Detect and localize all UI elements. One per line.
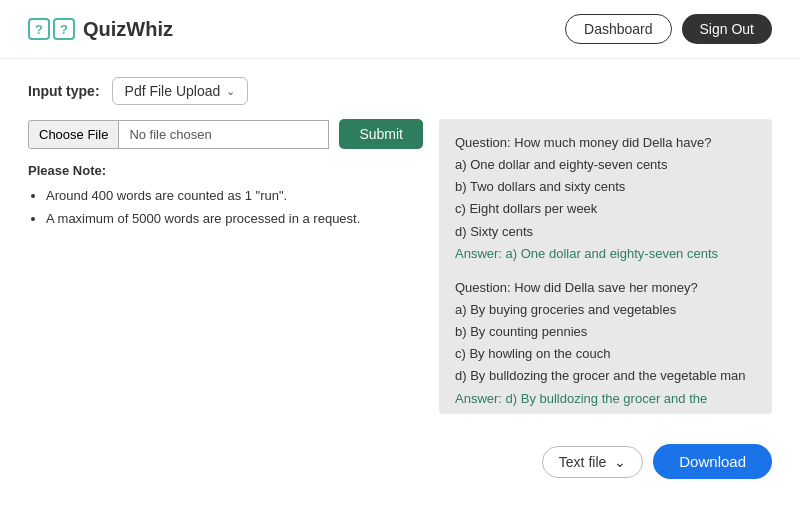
question-2-answer: Answer: d) By bulldozing the grocer and … [455, 389, 756, 414]
input-type-row: Input type: Pdf File Upload ⌄ [28, 77, 772, 105]
text-file-select[interactable]: Text file ⌄ [542, 446, 643, 478]
please-note-list: Around 400 words are counted as 1 "run".… [28, 186, 423, 230]
download-button[interactable]: Download [653, 444, 772, 479]
question-2-option-d: d) By bulldozing the grocer and the vege… [455, 366, 756, 386]
header: ? ? QuizWhiz Dashboard Sign Out [0, 0, 800, 59]
choose-file-button[interactable]: Choose File [28, 120, 119, 149]
logo-bracket-2: ? [53, 18, 75, 40]
two-col-layout: Choose File No file chosen Submit Please… [28, 119, 772, 414]
please-note-section: Please Note: Around 400 words are counte… [28, 161, 423, 231]
input-type-label: Input type: [28, 83, 100, 99]
question-2-option-c: c) By howling on the couch [455, 344, 756, 364]
quiz-question-1: Question: How much money did Della have?… [455, 133, 756, 264]
header-buttons: Dashboard Sign Out [565, 14, 772, 44]
file-name-display: No file chosen [119, 120, 329, 149]
question-1-option-a: a) One dollar and eighty-seven cents [455, 155, 756, 175]
dashboard-button[interactable]: Dashboard [565, 14, 672, 44]
logo-area: ? ? QuizWhiz [28, 18, 173, 41]
question-1-option-c: c) Eight dollars per week [455, 199, 756, 219]
note-item-2: A maximum of 5000 words are processed in… [46, 209, 423, 230]
main-content: Input type: Pdf File Upload ⌄ Choose Fil… [0, 59, 800, 430]
please-note-title: Please Note: [28, 163, 106, 178]
submit-button[interactable]: Submit [339, 119, 423, 149]
logo-bracket-1: ? [28, 18, 50, 40]
input-type-value: Pdf File Upload [125, 83, 221, 99]
file-upload-row: Choose File No file chosen Submit [28, 119, 423, 149]
quiz-question-2: Question: How did Della save her money? … [455, 278, 756, 414]
question-2-option-b: b) By counting pennies [455, 322, 756, 342]
question-2-text: Question: How did Della save her money? [455, 278, 756, 298]
bottom-bar: Text file ⌄ Download [0, 430, 800, 479]
text-file-label: Text file [559, 454, 606, 470]
left-column: Choose File No file chosen Submit Please… [28, 119, 423, 231]
question-1-answer: Answer: a) One dollar and eighty-seven c… [455, 244, 756, 264]
chevron-down-icon: ⌄ [614, 454, 626, 470]
logo-icon: ? ? [28, 18, 75, 40]
input-type-select[interactable]: Pdf File Upload ⌄ [112, 77, 249, 105]
question-1-text: Question: How much money did Della have? [455, 133, 756, 153]
note-item-1: Around 400 words are counted as 1 "run". [46, 186, 423, 207]
question-2-option-a: a) By buying groceries and vegetables [455, 300, 756, 320]
logo-text: QuizWhiz [83, 18, 173, 41]
chevron-down-icon: ⌄ [226, 85, 235, 98]
signout-button[interactable]: Sign Out [682, 14, 772, 44]
question-1-option-d: d) Sixty cents [455, 222, 756, 242]
question-1-option-b: b) Two dollars and sixty cents [455, 177, 756, 197]
quiz-results-panel[interactable]: Question: How much money did Della have?… [439, 119, 772, 414]
